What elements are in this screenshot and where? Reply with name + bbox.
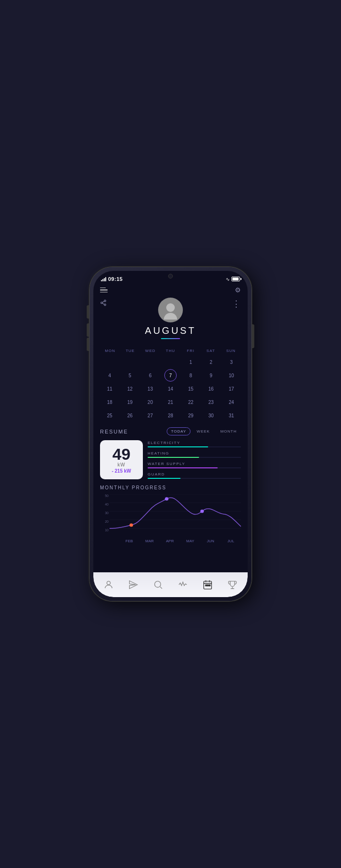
metric-bar-bg-1 (148, 457, 241, 458)
phone-screen: 09:15 ∿ ⚙ (93, 271, 248, 597)
cal-day-23[interactable]: 23 (205, 396, 217, 408)
camera (168, 274, 173, 279)
more-icon[interactable]: ⋮ (232, 300, 241, 308)
day-label-thu: THU (160, 348, 181, 354)
svg-point-0 (104, 300, 106, 302)
cal-day-8[interactable]: 8 (185, 369, 197, 382)
cal-day-11[interactable]: 11 (103, 382, 116, 395)
metric-guard: GUARD (148, 472, 241, 479)
day-label-sat: SAT (201, 348, 221, 354)
cal-day-empty (124, 356, 136, 368)
status-time: 09:15 (108, 276, 123, 282)
energy-delta: - 215 kW (107, 468, 136, 474)
calendar-icon (202, 579, 213, 590)
svg-marker-16 (130, 581, 138, 589)
svg-point-6 (166, 303, 175, 312)
nav-search[interactable] (149, 575, 168, 594)
cal-day-29[interactable]: 29 (185, 409, 197, 422)
metric-bar-fill-0 (148, 446, 208, 447)
phone-frame: 09:15 ∿ ⚙ (90, 267, 251, 601)
status-icons: ∿ (226, 277, 240, 282)
day-label-tue: TUE (120, 348, 140, 354)
nav-profile[interactable] (99, 575, 118, 594)
cal-day-12[interactable]: 12 (124, 382, 136, 395)
metric-label-3: GUARD (148, 472, 241, 476)
metric-label-1: HEATING (148, 451, 241, 455)
stats-row: 49 kW - 215 kW ELECTRICITY HEATING WATER… (100, 440, 241, 479)
cal-day-5[interactable]: 5 (124, 369, 136, 382)
cal-day-10[interactable]: 10 (225, 369, 238, 382)
signal-icon (101, 277, 106, 281)
chart-y-labels: 50 40 30 20 10 (100, 494, 109, 537)
cal-day-15[interactable]: 15 (185, 382, 197, 395)
svg-point-5 (164, 313, 177, 320)
app-content: ⚙ ⋮ AUGUST (93, 284, 248, 572)
cal-day-empty (164, 356, 177, 368)
nav-activity[interactable] (173, 575, 192, 594)
notch (144, 271, 197, 281)
svg-point-14 (201, 510, 203, 513)
period-tabs: TODAY WEEK MONTH (167, 427, 241, 435)
cal-day-21[interactable]: 21 (164, 396, 177, 408)
metrics-list: ELECTRICITY HEATING WATER SUPPLY GUARD (148, 441, 241, 479)
top-bar: ⚙ (100, 284, 241, 298)
svg-point-13 (165, 497, 168, 500)
calendar-grid: 1234567891011121314151617181920212223242… (100, 356, 241, 422)
metric-bar-fill-2 (148, 467, 218, 468)
cal-day-25[interactable]: 25 (103, 409, 116, 422)
cal-day-18[interactable]: 18 (103, 396, 116, 408)
wifi-icon: ∿ (226, 277, 230, 282)
cal-day-30[interactable]: 30 (205, 409, 217, 422)
x-label-may: MAY (180, 539, 201, 543)
cal-day-26[interactable]: 26 (124, 409, 136, 422)
menu-icon[interactable] (100, 288, 108, 293)
bottom-nav (93, 572, 248, 597)
svg-point-2 (104, 304, 106, 306)
chart-x-labels: FEB MAR APR MAY JUN JUL (110, 537, 241, 543)
cal-day-28[interactable]: 28 (164, 409, 177, 422)
nav-navigate[interactable] (124, 575, 143, 594)
gear-icon[interactable]: ⚙ (235, 286, 241, 294)
cal-day-17[interactable]: 17 (225, 382, 238, 395)
cal-day-22[interactable]: 22 (185, 396, 197, 408)
cal-day-3[interactable]: 3 (225, 356, 238, 368)
metric-label-2: WATER SUPPLY (148, 462, 241, 466)
cal-day-13[interactable]: 13 (144, 382, 156, 395)
energy-value: 49 (107, 446, 136, 462)
metric-water-supply: WATER SUPPLY (148, 462, 241, 468)
cal-day-24[interactable]: 24 (225, 396, 238, 408)
resume-label: RESUME (100, 429, 128, 434)
share-icon[interactable] (100, 300, 107, 308)
chart-title: MONTHLY PROGRESS (100, 485, 241, 490)
cal-day-7[interactable]: 7 (164, 369, 177, 382)
svg-point-17 (155, 581, 161, 588)
svg-line-18 (160, 587, 162, 589)
nav-trophy[interactable] (223, 575, 242, 594)
cal-day-1[interactable]: 1 (185, 356, 197, 368)
day-label-wed: WED (140, 348, 160, 354)
cal-day-6[interactable]: 6 (144, 369, 156, 382)
cal-day-31[interactable]: 31 (225, 409, 238, 422)
chart-section: MONTHLY PROGRESS 50 40 30 20 10 (100, 485, 241, 543)
metric-label-0: ELECTRICITY (148, 441, 241, 445)
cal-day-2[interactable]: 2 (205, 356, 217, 368)
svg-point-1 (101, 302, 103, 304)
nav-calendar[interactable] (198, 575, 217, 594)
cal-day-4[interactable]: 4 (103, 369, 116, 382)
metric-bar-bg-3 (148, 478, 241, 479)
cal-day-19[interactable]: 19 (124, 396, 136, 408)
chart-svg (110, 494, 241, 537)
cal-day-14[interactable]: 14 (164, 382, 177, 395)
cal-day-20[interactable]: 20 (144, 396, 156, 408)
cal-day-9[interactable]: 9 (205, 369, 217, 382)
x-label-jul: JUL (221, 539, 241, 543)
metric-bar-fill-3 (148, 478, 181, 479)
chart-area: FEB MAR APR MAY JUN JUL (110, 494, 241, 543)
day-label-fri: FRI (181, 348, 201, 354)
avatar (158, 298, 183, 322)
tab-week[interactable]: WEEK (192, 427, 214, 435)
cal-day-16[interactable]: 16 (205, 382, 217, 395)
tab-today[interactable]: TODAY (167, 427, 191, 435)
cal-day-27[interactable]: 27 (144, 409, 156, 422)
tab-month[interactable]: MONTH (216, 427, 241, 435)
